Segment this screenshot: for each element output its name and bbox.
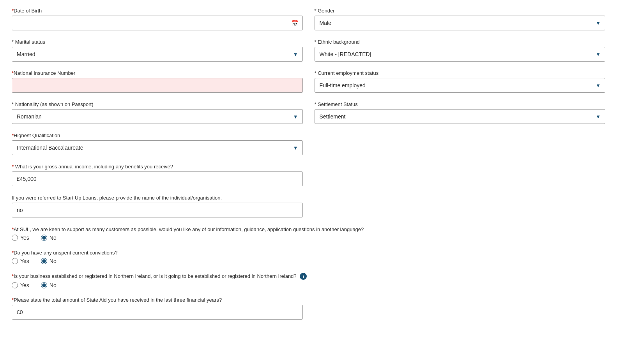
nationality-select-wrapper: Romanian British Irish Other [12, 109, 303, 124]
another-language-radio-group: Yes No [12, 235, 605, 241]
state-aid-input[interactable] [12, 305, 303, 320]
convictions-yes-label[interactable]: Yes [12, 258, 29, 264]
convictions-label: *Do you have any unspent current convict… [12, 250, 118, 256]
employment-select-wrapper: Full-time employed Part-time employed Se… [315, 78, 606, 93]
settlement-label: * Settlement Status [315, 101, 606, 107]
settlement-select[interactable]: Settlement Pre-Settlement Indefinite Lea… [315, 109, 606, 124]
northern-ireland-no[interactable] [41, 282, 47, 288]
ni-label: *National Insurance Number [12, 70, 303, 76]
marital-status-select[interactable]: Married Single Divorced Widowed Civil Pa… [12, 47, 303, 62]
gender-label: * Gender [315, 8, 606, 14]
convictions-no-label[interactable]: No [41, 258, 57, 264]
gender-select[interactable]: Male Female Other Prefer not to say [315, 16, 606, 30]
nationality-label: * Nationality (as shown on Passport) [12, 101, 303, 107]
convictions-yes[interactable] [12, 258, 18, 264]
ethnic-bg-select[interactable]: White - [REDACTED] Asian Black Mixed Oth… [315, 47, 606, 62]
another-language-no-label[interactable]: No [41, 235, 57, 241]
nationality-select[interactable]: Romanian British Irish Other [12, 109, 303, 124]
referral-input[interactable] [12, 203, 303, 217]
qualification-select-wrapper: International Baccalaureate A-Levels Deg… [12, 140, 303, 155]
northern-ireland-label: *Is your business established or registe… [12, 273, 307, 279]
dob-label: *Date of Birth [12, 8, 303, 14]
another-language-no[interactable] [41, 235, 47, 241]
qualification-label: *Highest Qualification [12, 133, 303, 138]
northern-ireland-info-icon[interactable]: i [300, 273, 307, 280]
another-language-yes-label[interactable]: Yes [12, 235, 29, 241]
northern-ireland-yes-label[interactable]: Yes [12, 282, 29, 288]
northern-ireland-yes[interactable] [12, 282, 18, 288]
qualification-select[interactable]: International Baccalaureate A-Levels Deg… [12, 140, 303, 155]
convictions-radio-group: Yes No [12, 258, 605, 264]
calendar-icon[interactable]: 📅 [291, 19, 299, 27]
referral-label: If you were referred to Start Up Loans, … [12, 195, 303, 201]
dob-wrapper: 📅 [12, 16, 303, 30]
ethnic-bg-label: * Ethnic background [315, 39, 606, 45]
state-aid-label: *Please state the total amount of State … [12, 297, 303, 303]
marital-status-select-wrapper: Married Single Divorced Widowed Civil Pa… [12, 47, 303, 62]
employment-select[interactable]: Full-time employed Part-time employed Se… [315, 78, 606, 93]
ethnic-bg-select-wrapper: White - [REDACTED] Asian Black Mixed Oth… [315, 47, 606, 62]
income-label: * What is your gross annual income, incl… [12, 164, 303, 170]
gender-select-wrapper: Male Female Other Prefer not to say [315, 16, 606, 30]
settlement-select-wrapper: Settlement Pre-Settlement Indefinite Lea… [315, 109, 606, 124]
ni-input[interactable] [12, 78, 303, 93]
dob-input[interactable] [12, 16, 303, 30]
northern-ireland-no-label[interactable]: No [41, 282, 57, 288]
another-language-yes[interactable] [12, 235, 18, 241]
northern-ireland-radio-group: Yes No [12, 282, 605, 288]
income-input[interactable] [12, 171, 303, 186]
employment-label: * Current employment status [315, 70, 606, 76]
another-language-label: *At SUL, we are keen to support as many … [12, 226, 364, 232]
marital-status-label: * Marital status [12, 39, 303, 45]
convictions-no[interactable] [41, 258, 47, 264]
